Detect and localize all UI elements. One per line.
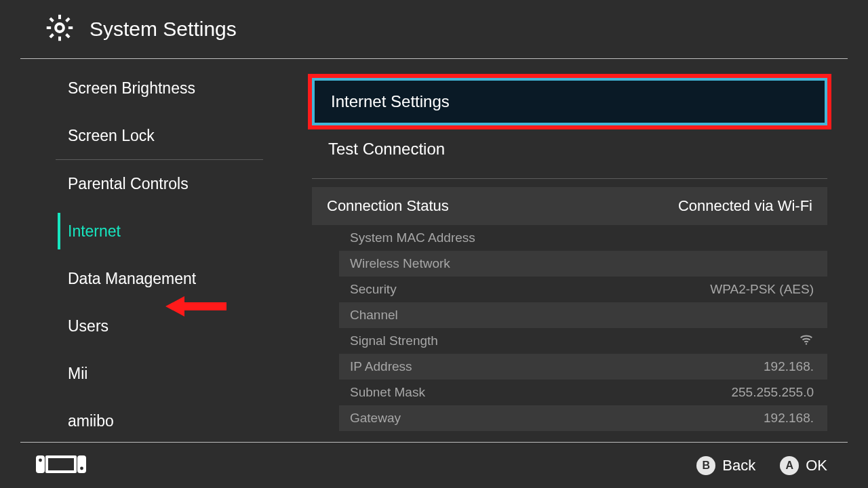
page-title: System Settings bbox=[90, 18, 237, 41]
detail-row-ip-address: IP Address 192.168. bbox=[339, 354, 827, 380]
detail-label: System MAC Address bbox=[350, 230, 475, 245]
detail-row-channel: Channel bbox=[339, 302, 827, 328]
sidebar-item-label: amiibo bbox=[68, 412, 114, 430]
a-button-icon: A bbox=[780, 456, 799, 475]
sidebar-item-label: Screen Brightness bbox=[68, 79, 195, 98]
svg-point-0 bbox=[56, 24, 64, 32]
detail-value: 192.168. bbox=[764, 411, 814, 426]
sidebar: Screen Brightness Screen Lock Parental C… bbox=[20, 59, 278, 442]
wifi-icon bbox=[799, 332, 814, 350]
sidebar-item-mii[interactable]: Mii bbox=[20, 350, 278, 397]
detail-label: Signal Strength bbox=[350, 333, 438, 348]
sidebar-item-label: Data Management bbox=[68, 270, 196, 288]
sidebar-item-internet[interactable]: Internet bbox=[20, 207, 278, 255]
sidebar-item-label: Parental Controls bbox=[68, 175, 189, 193]
menu-item-label: Test Connection bbox=[328, 140, 445, 159]
header: System Settings bbox=[20, 0, 848, 59]
detail-label: Security bbox=[350, 282, 397, 297]
menu-item-internet-settings[interactable]: Internet Settings bbox=[312, 78, 827, 125]
menu-item-test-connection[interactable]: Test Connection bbox=[312, 125, 827, 173]
svg-point-10 bbox=[806, 343, 807, 344]
svg-line-6 bbox=[66, 35, 70, 38]
ok-button[interactable]: A OK bbox=[780, 456, 827, 475]
sidebar-item-users[interactable]: Users bbox=[20, 302, 278, 350]
detail-row-wireless-network: Wireless Network bbox=[339, 251, 827, 277]
back-label: Back bbox=[722, 457, 755, 474]
detail-row-subnet-mask: Subnet Mask 255.255.255.0 bbox=[339, 380, 827, 405]
detail-value: WPA2-PSK (AES) bbox=[710, 282, 814, 297]
main-panel: Internet Settings Test Connection Connec… bbox=[278, 59, 848, 442]
detail-value: 255.255.255.0 bbox=[731, 385, 814, 400]
sidebar-item-label: Users bbox=[68, 317, 108, 336]
detail-value: 192.168. bbox=[764, 359, 814, 374]
svg-line-5 bbox=[50, 18, 54, 22]
detail-row-gateway: Gateway 192.168. bbox=[339, 405, 827, 431]
svg-line-7 bbox=[50, 35, 54, 38]
svg-line-8 bbox=[66, 18, 70, 22]
svg-rect-12 bbox=[48, 458, 74, 470]
detail-label: IP Address bbox=[350, 359, 412, 374]
svg-rect-13 bbox=[36, 455, 45, 473]
sidebar-item-label: Mii bbox=[68, 365, 87, 383]
svg-point-16 bbox=[80, 466, 83, 470]
gear-icon bbox=[45, 13, 75, 45]
connection-status-header: Connection Status Connected via Wi-Fi bbox=[312, 187, 827, 225]
svg-rect-14 bbox=[77, 455, 86, 473]
menu-divider bbox=[312, 178, 827, 179]
sidebar-item-screen-lock[interactable]: Screen Lock bbox=[20, 112, 278, 159]
detail-label: Channel bbox=[350, 308, 398, 323]
detail-row-security: Security WPA2-PSK (AES) bbox=[339, 277, 827, 302]
ok-label: OK bbox=[806, 457, 827, 474]
sidebar-item-label: Internet bbox=[68, 222, 121, 241]
connection-status-label: Connection Status bbox=[327, 197, 449, 215]
footer: B Back A OK bbox=[20, 442, 848, 488]
svg-point-15 bbox=[39, 458, 42, 462]
sidebar-item-parental-controls[interactable]: Parental Controls bbox=[20, 160, 278, 207]
sidebar-item-amiibo[interactable]: amiibo bbox=[20, 397, 278, 442]
detail-label: Subnet Mask bbox=[350, 385, 425, 400]
b-button-icon: B bbox=[696, 456, 715, 475]
sidebar-item-label: Screen Lock bbox=[68, 127, 155, 145]
connection-status-value: Connected via Wi-Fi bbox=[678, 197, 812, 215]
detail-row-signal-strength: Signal Strength bbox=[339, 328, 827, 354]
back-button[interactable]: B Back bbox=[696, 456, 755, 475]
sidebar-item-data-management[interactable]: Data Management bbox=[20, 255, 278, 302]
detail-label: Wireless Network bbox=[350, 256, 450, 271]
menu-item-label: Internet Settings bbox=[331, 92, 450, 111]
detail-row-mac-address: System MAC Address bbox=[339, 225, 827, 251]
detail-label: Gateway bbox=[350, 411, 401, 426]
sidebar-item-screen-brightness[interactable]: Screen Brightness bbox=[20, 64, 278, 112]
connection-details: System MAC Address Wireless Network Secu… bbox=[312, 225, 827, 431]
console-icon bbox=[35, 453, 87, 479]
